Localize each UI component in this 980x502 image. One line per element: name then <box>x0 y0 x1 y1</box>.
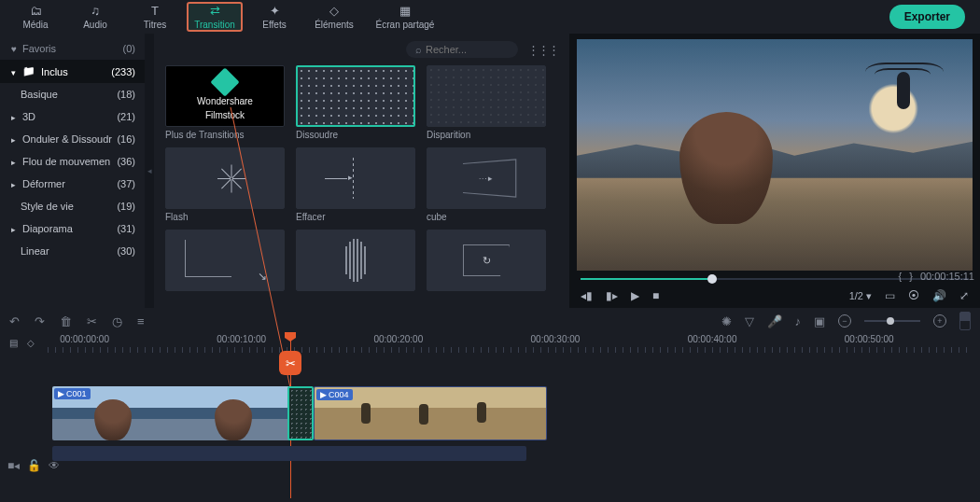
tag-icon[interactable]: ▽ <box>745 314 754 328</box>
card-flash[interactable]: Flash <box>165 147 285 222</box>
sidebar-item-basique[interactable]: Basique (18) <box>0 83 145 105</box>
fullscreen-icon[interactable]: ⤢ <box>959 289 969 302</box>
sidebar-item-3d[interactable]: 3D (21) <box>0 105 145 128</box>
sidebar-favorites[interactable]: Favoris (0) <box>0 37 145 60</box>
nav-audio[interactable]: ♫ Audio <box>67 2 123 32</box>
card-label: Effacer <box>296 209 415 222</box>
card-cube[interactable]: cube <box>427 147 546 222</box>
settings-icon[interactable]: ≡ <box>137 314 145 328</box>
sidebar-item-label: Onduler & Dissoudr <box>22 133 112 145</box>
card-effacer[interactable]: Effacer <box>296 147 415 222</box>
volume-icon[interactable]: 🔊 <box>932 289 946 302</box>
step-back-icon[interactable]: ▮▸ <box>606 289 618 302</box>
redo-icon[interactable]: ↷ <box>35 314 45 328</box>
sidebar-item-label: Diaporama <box>22 223 73 234</box>
cube-thumb <box>427 147 546 209</box>
color-wheel-icon[interactable]: ✺ <box>721 314 732 328</box>
diamond-icon: ◇ <box>329 5 339 18</box>
nav-label: Média <box>22 20 48 30</box>
stop-icon[interactable]: ■ <box>652 289 659 302</box>
main-area: Favoris (0) Inclus (233) Basique (18) 3D… <box>0 34 980 308</box>
nav-media[interactable]: 🗂 Média <box>7 2 63 32</box>
bracket-left-icon[interactable]: { <box>899 271 903 282</box>
camera-icon[interactable]: ⦿ <box>908 289 919 302</box>
sidebar-item-flou[interactable]: Flou de mouvemen (36) <box>0 150 145 173</box>
card-wondershare[interactable]: Wondershare Filmstock Plus de Transition… <box>165 65 285 140</box>
cut-icon[interactable]: ✂ <box>87 314 97 328</box>
nav-titles[interactable]: T Titres <box>127 2 183 32</box>
sidebar-item-styledevie[interactable]: Style de vie (19) <box>0 195 145 217</box>
blinds-thumb <box>296 230 415 291</box>
sidebar-item-count: (0) <box>123 43 135 54</box>
nav-elements[interactable]: ◇ Éléments <box>306 2 362 32</box>
undo-icon[interactable]: ↶ <box>9 314 20 328</box>
ws-line2: Filmstock <box>205 110 245 120</box>
ruler-time: 00:00:50:00 <box>845 334 894 344</box>
export-button[interactable]: Exporter <box>889 5 965 29</box>
grid-icon: ▦ <box>399 5 411 18</box>
prev-frame-icon[interactable]: ◂▮ <box>581 289 593 302</box>
seek-knob[interactable] <box>707 274 717 284</box>
zoom-in-icon[interactable]: + <box>933 314 946 328</box>
search-input[interactable]: ⌕ <box>406 41 518 58</box>
pip-icon[interactable]: ▣ <box>814 314 825 328</box>
visibility-icon[interactable]: 👁 <box>49 459 60 472</box>
marker-icon[interactable]: ◇ <box>27 338 35 348</box>
delete-icon[interactable]: 🗑 <box>60 314 72 328</box>
chevron-right-icon <box>11 133 17 145</box>
timeline-area: ■◂ 🔓 👁 ▶ C001 ▶ C004 <box>0 358 980 502</box>
sidebar-item-label: Inclus <box>41 66 68 77</box>
sidebar-item-label: Linear <box>21 245 49 257</box>
nav-label: Transition <box>194 20 235 30</box>
track-view-toggle[interactable] <box>959 312 971 330</box>
preview-subject-2 <box>889 72 917 146</box>
preview-controls: ◂▮ ▮▸ ▶ ■ 1/2 ▾ ▭ ⦿ 🔊 ⤢ <box>569 286 980 308</box>
card-label: Disparition <box>427 127 546 140</box>
nav-label: Effets <box>262 20 286 30</box>
split-handle[interactable]: ◂ <box>145 34 154 308</box>
mic-icon[interactable]: 🎤 <box>767 314 782 328</box>
grid-toggle-icon[interactable]: ⋮⋮⋮ <box>527 43 558 57</box>
transition-chip[interactable] <box>287 386 314 440</box>
preview-seekbar[interactable]: { } 00:00:15:11 <box>581 274 969 284</box>
audio-track[interactable] <box>52 446 526 461</box>
sidebar-item-label: Flou de mouvemen <box>22 156 110 167</box>
preview-canvas[interactable] <box>577 39 973 271</box>
bracket-right-icon[interactable]: } <box>909 271 913 282</box>
timeline-ruler: ▤ ◇ 00:00:00:00 00:00:10:00 00:00:20:00 … <box>0 334 980 358</box>
sidebar-item-diaporama[interactable]: Diaporama (31) <box>0 217 145 240</box>
nav-transition[interactable]: ⇄ Transition <box>187 2 243 32</box>
sidebar-inclus[interactable]: Inclus (233) <box>0 60 145 83</box>
sidebar-item-onduler[interactable]: Onduler & Dissoudr (16) <box>0 128 145 150</box>
sidebar-item-count: (30) <box>117 245 135 257</box>
video-track[interactable]: ▶ C001 ▶ C004 <box>52 386 971 440</box>
lock-icon[interactable]: 🔓 <box>27 459 41 472</box>
search-field[interactable] <box>426 44 500 55</box>
sidebar-item-deformer[interactable]: Déformer (37) <box>0 173 145 195</box>
nav-split-screen[interactable]: ▦ Écran partagé <box>366 2 444 32</box>
ws-line1: Wondershare <box>197 96 253 106</box>
music-icon[interactable]: ♪ <box>795 314 802 328</box>
card-label: Dissoudre <box>296 127 415 140</box>
play-icon[interactable]: ▶ <box>631 289 639 302</box>
page-indicator[interactable]: 1/2 ▾ <box>849 290 872 302</box>
search-icon: ⌕ <box>415 44 422 55</box>
chevron-down-icon <box>11 66 17 77</box>
card-grid: Wondershare Filmstock Plus de Transition… <box>154 62 569 291</box>
monitor-icon[interactable]: ▭ <box>885 289 895 302</box>
speed-icon[interactable]: ◷ <box>112 314 122 328</box>
clip-c004[interactable]: ▶ C004 <box>314 386 547 440</box>
card-disparition[interactable]: Disparition <box>427 65 546 140</box>
zoom-out-icon[interactable]: − <box>838 314 851 328</box>
card-blinds[interactable] <box>296 230 415 291</box>
sidebar-item-count: (31) <box>117 223 135 234</box>
sidebar-item-linear[interactable]: Linear (30) <box>0 240 145 262</box>
zoom-slider[interactable] <box>864 320 920 322</box>
mute-toggle-icon[interactable]: ■◂ <box>7 459 20 472</box>
card-shape[interactable]: ↻ <box>427 230 546 291</box>
ruler-track[interactable]: 00:00:00:00 00:00:10:00 00:00:20:00 00:0… <box>48 334 971 358</box>
nav-effects[interactable]: ✦ Effets <box>246 2 302 32</box>
card-dissoudre[interactable]: Dissoudre <box>296 65 415 140</box>
clip-c001[interactable]: ▶ C001 <box>52 386 293 440</box>
stack-icon[interactable]: ▤ <box>9 338 18 348</box>
